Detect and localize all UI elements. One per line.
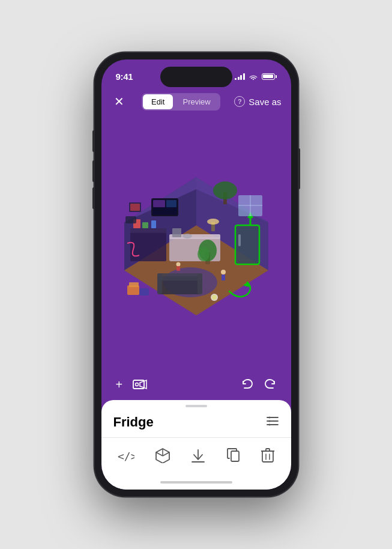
status-icons	[235, 73, 277, 80]
svg-rect-26	[198, 273, 202, 294]
svg-rect-5	[130, 231, 166, 261]
svg-rect-63	[231, 451, 239, 461]
preview-tab[interactable]: Preview	[174, 94, 219, 109]
svg-rect-8	[142, 222, 148, 228]
phone-screen: 9:41	[101, 59, 291, 490]
svg-point-39	[213, 181, 237, 199]
copy-action-button[interactable]	[226, 447, 241, 463]
bottom-toolbar: +	[101, 369, 291, 400]
sheet-title: Fridge	[113, 414, 154, 430]
plus-icon: +	[116, 378, 123, 392]
svg-rect-6	[130, 228, 166, 233]
phone-frame: 9:41	[94, 52, 298, 497]
toolbar-right[interactable]: ? Save as	[234, 96, 281, 107]
svg-rect-37	[166, 200, 176, 207]
dynamic-island	[160, 67, 232, 87]
redo-button[interactable]	[264, 378, 277, 390]
undo-button[interactable]	[241, 378, 254, 390]
svg-rect-9	[151, 220, 156, 228]
svg-point-27	[221, 270, 226, 274]
svg-line-61	[163, 452, 169, 456]
trash-icon	[261, 447, 274, 463]
svg-point-29	[176, 262, 180, 266]
svg-point-17	[198, 247, 210, 261]
home-bar	[160, 481, 232, 484]
home-indicator	[101, 475, 291, 490]
svg-point-48	[207, 219, 219, 225]
media-icon	[132, 378, 148, 391]
svg-rect-36	[153, 200, 165, 207]
svg-rect-28	[222, 274, 225, 281]
isometric-room	[118, 159, 274, 327]
download-action-button[interactable]	[191, 447, 205, 463]
svg-point-14	[182, 234, 192, 238]
status-time: 9:41	[116, 71, 133, 82]
bottom-sheet: Fridge </>	[101, 400, 291, 490]
svg-point-50	[136, 383, 139, 386]
download-icon	[191, 447, 205, 463]
svg-rect-33	[139, 288, 149, 296]
add-button[interactable]: +	[116, 378, 123, 392]
svg-point-55	[268, 420, 270, 422]
svg-rect-10	[125, 216, 136, 223]
svg-rect-25	[157, 273, 162, 294]
close-icon: ✕	[114, 96, 124, 108]
code-icon: </>	[118, 448, 134, 463]
code-action-button[interactable]: </>	[118, 448, 134, 463]
battery-icon	[262, 73, 277, 80]
toolbar: ✕ Edit Preview ? Save as	[101, 86, 291, 117]
list-icon[interactable]	[266, 416, 279, 429]
sheet-handle	[185, 405, 207, 407]
sheet-title-row: Fridge	[101, 414, 291, 438]
svg-rect-64	[262, 451, 273, 462]
delete-action-button[interactable]	[261, 447, 274, 463]
toolbar-left: ✕	[111, 93, 128, 110]
save-as-button[interactable]: Save as	[249, 97, 281, 107]
svg-point-54	[268, 416, 270, 418]
svg-rect-24	[157, 273, 202, 281]
close-button[interactable]: ✕	[111, 93, 128, 110]
bottom-toolbar-right	[241, 378, 277, 390]
canvas-area	[101, 117, 291, 369]
media-button[interactable]	[132, 378, 148, 391]
undo-icon	[241, 378, 254, 390]
segment-control: Edit Preview	[142, 93, 220, 111]
signal-icon	[235, 73, 245, 80]
svg-rect-41	[130, 204, 140, 211]
sheet-actions: </>	[101, 438, 291, 475]
svg-point-46	[212, 295, 217, 300]
svg-rect-20	[238, 234, 241, 246]
wifi-icon	[249, 73, 258, 80]
svg-line-60	[156, 452, 163, 456]
svg-point-56	[268, 423, 270, 425]
cube-action-button[interactable]	[155, 447, 170, 463]
svg-text:</>: </>	[118, 450, 134, 463]
copy-icon	[226, 447, 241, 463]
help-icon[interactable]: ?	[234, 96, 245, 107]
cube-icon	[155, 447, 170, 463]
redo-icon	[264, 378, 277, 390]
edit-tab[interactable]: Edit	[143, 94, 173, 109]
svg-rect-30	[176, 266, 180, 271]
svg-rect-13	[172, 228, 181, 237]
bottom-toolbar-left: +	[116, 378, 148, 392]
svg-rect-32	[129, 282, 139, 287]
